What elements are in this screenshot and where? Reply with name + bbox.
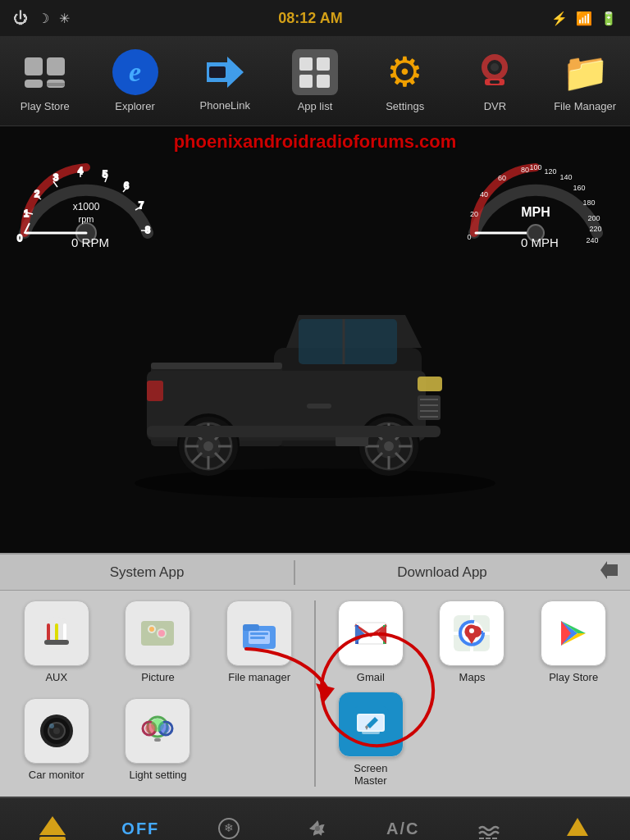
svg-rect-87 (147, 381, 163, 401)
svg-rect-132 (362, 731, 380, 734)
svg-rect-93 (44, 640, 69, 645)
system-apps: AUX Picture (10, 600, 316, 787)
nav-icon-playstore (22, 49, 68, 95)
speedometer: 0 20 40 60 80 100 120 140 160 180 200 22… (458, 135, 622, 249)
nav-icon-file-manager: 📁 (562, 49, 608, 95)
app-label-maps: Maps (459, 671, 486, 683)
download-app-tab[interactable]: Download App (295, 556, 589, 589)
clock: 08:12 AM (278, 10, 342, 27)
svg-rect-1 (209, 66, 226, 78)
app-icon-aux (24, 600, 89, 666)
nav-item-play-store[interactable]: Play Store (8, 49, 82, 112)
nav-item-explorer[interactable]: e Explorer (98, 49, 172, 112)
app-item-file-manager[interactable]: File manager (212, 600, 306, 690)
svg-rect-104 (250, 632, 268, 635)
app-item-picture[interactable]: Picture (112, 600, 205, 690)
svg-text:100: 100 (529, 163, 541, 171)
moon-icon: ☽ (38, 11, 49, 26)
svg-text:40: 40 (480, 190, 488, 199)
nav-icon-settings: ⚙ (382, 49, 428, 95)
nav-item-dvr[interactable]: DVR (458, 49, 532, 112)
nav-item-settings[interactable]: ⚙ Settings (368, 49, 442, 112)
app-icon-maps (439, 600, 504, 666)
app-label-light-setting: Light setting (129, 769, 186, 781)
svg-point-98 (149, 627, 154, 632)
brightness-icon: ✳ (59, 11, 70, 26)
svg-rect-6 (490, 80, 500, 84)
svg-text:x1000: x1000 (73, 201, 100, 212)
nav-label-file-manager: File Manager (554, 100, 616, 112)
svg-text:120: 120 (544, 167, 556, 176)
app-label-gmail: Gmail (357, 671, 385, 683)
defrost-icon[interactable] (469, 809, 509, 840)
svg-text:60: 60 (498, 174, 506, 182)
app-item-aux[interactable]: AUX (10, 600, 103, 690)
nav-item-phonelink[interactable]: PhoneLink (188, 50, 262, 112)
nav-icon-phonelink (203, 50, 247, 94)
svg-point-127 (469, 628, 474, 633)
svg-text:rpm: rpm (79, 214, 94, 224)
wifi-icon: 📶 (576, 11, 592, 26)
nav-label-explorer: Explorer (115, 100, 154, 112)
svg-text:0: 0 (467, 233, 471, 241)
svg-rect-88 (307, 404, 331, 409)
app-item-maps[interactable]: Maps (426, 600, 519, 683)
app-label-picture: Picture (141, 671, 174, 683)
svg-point-56 (384, 441, 394, 451)
svg-text:❄: ❄ (224, 821, 234, 834)
svg-marker-134 (39, 816, 66, 835)
svg-point-110 (49, 724, 54, 728)
app-item-play-store[interactable]: Play Store (527, 600, 620, 683)
svg-text:3: 3 (53, 172, 58, 182)
system-app-tab[interactable]: System App (0, 556, 294, 589)
app-icon-screen-master (338, 692, 404, 757)
climate-icon[interactable]: ❄ (209, 809, 249, 840)
svg-text:0: 0 (17, 233, 22, 243)
panel-back-button[interactable] (589, 558, 630, 587)
svg-rect-102 (243, 624, 259, 631)
nav-label-settings: Settings (386, 100, 424, 112)
app-label-screen-master: Screen Master (354, 762, 387, 787)
gauge-area: 0 1 2 3 4 5 6 7 8 (0, 135, 630, 258)
download-apps: Gmail (316, 600, 620, 787)
up-arrow-button[interactable] (558, 809, 597, 840)
rpm-reading: 0 RPM (71, 235, 109, 249)
app-icon-picture (125, 600, 190, 666)
app-item-light-setting[interactable]: Light setting (112, 698, 205, 788)
svg-rect-135 (39, 837, 66, 840)
svg-line-20 (53, 181, 57, 187)
app-item-screen-master[interactable]: Screen Master (324, 692, 418, 787)
svg-text:160: 160 (573, 184, 585, 192)
battery-icon: 🔋 (600, 11, 617, 26)
nav-item-file-manager[interactable]: 📁 File Manager (548, 49, 622, 112)
app-label-play-store: Play Store (549, 671, 598, 683)
apps-grid: AUX Picture (0, 591, 630, 797)
svg-text:MPH: MPH (521, 205, 550, 219)
svg-text:220: 220 (589, 225, 601, 233)
ac-label: A/C (386, 819, 419, 838)
app-icon-light-setting (125, 698, 190, 764)
svg-text:180: 180 (582, 199, 595, 207)
app-label-file-manager: File manager (228, 671, 290, 683)
truck-area (0, 225, 630, 553)
svg-text:140: 140 (559, 173, 572, 181)
nav-icon-explorer: e (112, 49, 158, 95)
app-item-gmail[interactable]: Gmail (324, 600, 418, 683)
svg-rect-77 (299, 319, 397, 364)
svg-text:20: 20 (470, 210, 478, 218)
main-display: phoenixandroidradioforums.com 0 1 2 (0, 126, 630, 553)
app-icon-gmail (338, 600, 404, 666)
panel-header: System App Download App (0, 555, 630, 591)
power-icon: ⏻ (13, 10, 28, 27)
svg-rect-79 (418, 377, 442, 391)
nav-icon-dvr (472, 49, 518, 95)
nav-bar: Play Store e Explorer PhoneLink (0, 36, 630, 126)
nav-item-app-list[interactable]: App list (278, 49, 352, 112)
bottom-bar: OFF ❄ A/C (0, 797, 630, 840)
app-icon-play-store (541, 600, 606, 666)
fan-icon[interactable] (298, 809, 337, 840)
svg-marker-142 (567, 818, 588, 836)
eject-button[interactable] (33, 809, 72, 840)
app-item-car-monitor[interactable]: Car monitor (10, 698, 103, 788)
app-panel: System App Download App (0, 553, 630, 797)
